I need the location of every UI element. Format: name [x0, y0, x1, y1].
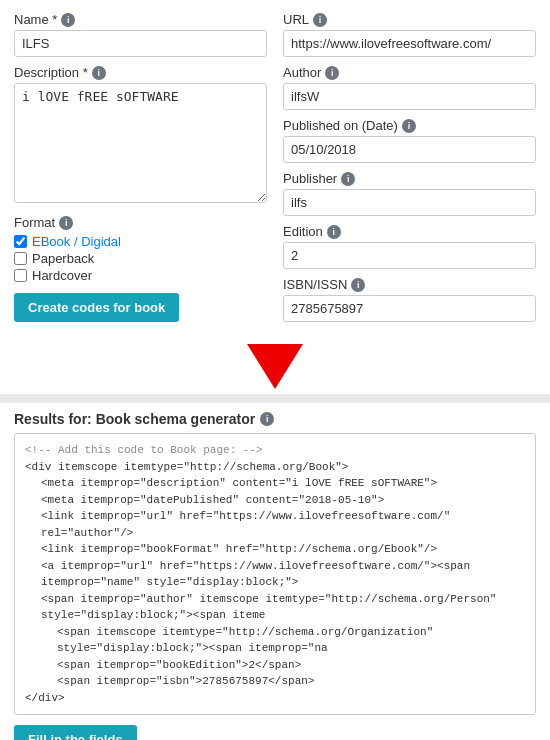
results-code-box: <!-- Add this code to Book page: --> <di… — [14, 433, 536, 715]
author-info-icon[interactable]: i — [325, 66, 339, 80]
code-line-6: <a itemprop="url" href="https://www.ilov… — [25, 558, 525, 591]
edition-field-group: Edition i — [283, 224, 536, 269]
code-line-1: <div itemscope itemtype="http://schema.o… — [25, 459, 525, 476]
published-info-icon[interactable]: i — [402, 119, 416, 133]
name-label: Name * i — [14, 12, 267, 27]
edition-label-text: Edition — [283, 224, 323, 239]
ebook-checkbox-item: EBook / Digidal — [14, 234, 267, 249]
format-section: Format i EBook / Digidal Paperback Hardc… — [14, 215, 267, 322]
form-grid: Name * i Description * i Format i — [14, 12, 536, 322]
isbn-info-icon[interactable]: i — [351, 278, 365, 292]
code-line-9: <span itemprop="bookEdition">2</span> — [25, 657, 525, 674]
isbn-input[interactable] — [283, 295, 536, 322]
create-codes-button[interactable]: Create codes for book — [14, 293, 179, 322]
hardcover-checkbox-item: Hardcover — [14, 268, 267, 283]
code-line-3: <meta itemprop="datePublished" content="… — [25, 492, 525, 509]
paperback-checkbox-item: Paperback — [14, 251, 267, 266]
url-field-group: URL i — [283, 12, 536, 57]
description-label-text: Description * — [14, 65, 88, 80]
name-field-group: Name * i — [14, 12, 267, 57]
code-line-10: <span itemprop="isbn">2785675897</span> — [25, 673, 525, 690]
publisher-label-text: Publisher — [283, 171, 337, 186]
url-info-icon[interactable]: i — [313, 13, 327, 27]
arrow-section — [0, 334, 550, 394]
publisher-field-group: Publisher i — [283, 171, 536, 216]
format-info-icon[interactable]: i — [59, 216, 73, 230]
published-input[interactable] — [283, 136, 536, 163]
form-container: Name * i Description * i Format i — [0, 0, 550, 334]
published-label: Published on (Date) i — [283, 118, 536, 133]
code-line-7: <span itemprop="author" itemscope itemty… — [25, 591, 525, 624]
description-label: Description * i — [14, 65, 267, 80]
edition-input[interactable] — [283, 242, 536, 269]
name-info-icon[interactable]: i — [61, 13, 75, 27]
code-line-5: <link itemprop="bookFormat" href="http:/… — [25, 541, 525, 558]
publisher-input[interactable] — [283, 189, 536, 216]
url-label-text: URL — [283, 12, 309, 27]
name-label-text: Name * — [14, 12, 57, 27]
results-section: Results for: Book schema generator i <!-… — [0, 402, 550, 740]
left-column: Name * i Description * i Format i — [14, 12, 267, 322]
fill-in-fields-button[interactable]: Fill in the fields — [14, 725, 137, 740]
publisher-label: Publisher i — [283, 171, 536, 186]
hardcover-checkbox[interactable] — [14, 269, 27, 282]
description-field-group: Description * i — [14, 65, 267, 203]
description-textarea[interactable] — [14, 83, 267, 203]
isbn-label: ISBN/ISSN i — [283, 277, 536, 292]
published-label-text: Published on (Date) — [283, 118, 398, 133]
ebook-checkbox[interactable] — [14, 235, 27, 248]
code-line-4: <link itemprop="url" href="https://www.i… — [25, 508, 525, 541]
code-line-2: <meta itemprop="description" content="i … — [25, 475, 525, 492]
code-line-11: </div> — [25, 690, 525, 707]
results-title: Results for: Book schema generator i — [14, 411, 536, 427]
description-info-icon[interactable]: i — [92, 66, 106, 80]
published-field-group: Published on (Date) i — [283, 118, 536, 163]
right-column: URL i Author i Published on (Date) i — [283, 12, 536, 322]
code-line-0: <!-- Add this code to Book page: --> — [25, 442, 525, 459]
edition-label: Edition i — [283, 224, 536, 239]
edition-info-icon[interactable]: i — [327, 225, 341, 239]
isbn-label-text: ISBN/ISSN — [283, 277, 347, 292]
divider — [0, 394, 550, 402]
format-label: Format i — [14, 215, 267, 230]
name-input[interactable] — [14, 30, 267, 57]
format-label-text: Format — [14, 215, 55, 230]
author-input[interactable] — [283, 83, 536, 110]
results-title-text: Results for: Book schema generator — [14, 411, 255, 427]
isbn-field-group: ISBN/ISSN i — [283, 277, 536, 322]
ebook-label: EBook / Digidal — [32, 234, 121, 249]
url-input[interactable] — [283, 30, 536, 57]
results-info-icon[interactable]: i — [260, 412, 274, 426]
down-arrow-icon — [247, 344, 303, 389]
author-label: Author i — [283, 65, 536, 80]
author-label-text: Author — [283, 65, 321, 80]
hardcover-label: Hardcover — [32, 268, 92, 283]
url-label: URL i — [283, 12, 536, 27]
publisher-info-icon[interactable]: i — [341, 172, 355, 186]
code-line-8: <span itemscope itemtype="http://schema.… — [25, 624, 525, 657]
paperback-checkbox[interactable] — [14, 252, 27, 265]
paperback-label: Paperback — [32, 251, 94, 266]
author-field-group: Author i — [283, 65, 536, 110]
